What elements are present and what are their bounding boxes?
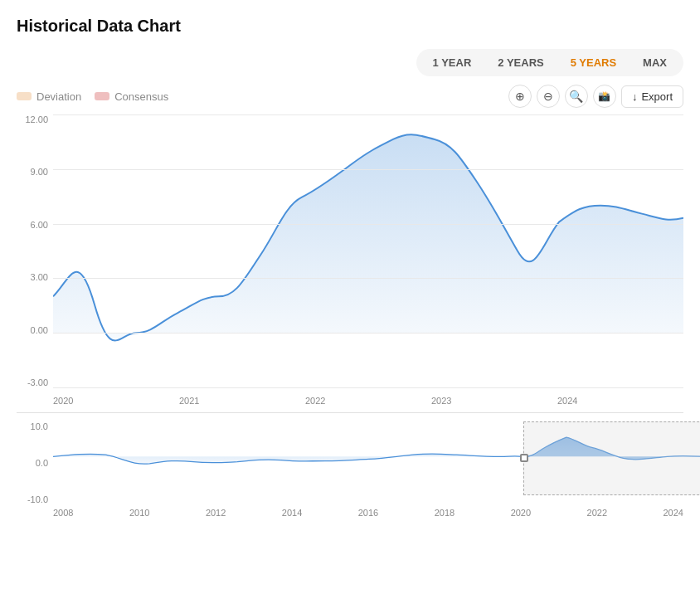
mini-x-2020: 2020 <box>511 508 531 518</box>
mini-y-label-10: 10.0 <box>31 421 48 431</box>
main-chart-area <box>53 114 683 387</box>
consensus-label: Consensus <box>114 90 168 103</box>
y-label-neg3: -3.00 <box>27 377 48 387</box>
y-label-6: 6.00 <box>31 220 48 230</box>
mini-x-2008: 2008 <box>53 508 73 518</box>
search-button[interactable]: 🔍 <box>565 85 588 108</box>
main-chart: 12.00 9.00 6.00 3.00 0.00 -3.00 <box>17 114 683 413</box>
x-label-2021: 2021 <box>179 396 199 406</box>
y-label-12: 12.00 <box>25 114 48 124</box>
y-label-9: 9.00 <box>31 167 48 177</box>
mini-y-axis: 10.0 0.0 -10.0 <box>17 421 53 504</box>
icon-controls: ⊕ ⊖ 🔍 📸 ↓ Export <box>508 85 683 108</box>
time-btn-5years[interactable]: 5 YEARS <box>559 52 628 73</box>
main-x-axis: 2020 2021 2022 2023 2024 <box>53 389 683 412</box>
main-y-axis: 12.00 9.00 6.00 3.00 0.00 -3.00 <box>17 114 53 387</box>
y-label-3: 3.00 <box>31 272 48 282</box>
zoom-out-button[interactable]: ⊖ <box>537 85 560 108</box>
x-label-2024: 2024 <box>557 396 577 406</box>
mini-x-2010: 2010 <box>129 508 149 518</box>
x-label-2020: 2020 <box>53 396 73 406</box>
page-title: Historical Data Chart <box>17 17 683 36</box>
mini-chart: 10.0 0.0 -10.0 2 <box>17 421 683 521</box>
mini-x-2018: 2018 <box>435 508 455 518</box>
selection-box[interactable] <box>523 421 700 495</box>
grid-line-6 <box>53 224 683 225</box>
main-chart-svg <box>53 114 683 387</box>
mini-x-2024: 2024 <box>664 508 683 518</box>
legend-controls-row: Deviation Consensus ⊕ ⊖ 🔍 📸 ↓ Export <box>17 85 683 108</box>
toolbar: 1 YEAR 2 YEARS 5 YEARS MAX <box>17 49 683 76</box>
export-button[interactable]: ↓ Export <box>621 85 683 108</box>
mini-x-2014: 2014 <box>282 508 302 518</box>
chart-legend: Deviation Consensus <box>17 90 168 103</box>
mini-chart-area <box>53 421 700 495</box>
mini-x-2012: 2012 <box>206 508 226 518</box>
grid-line-top <box>53 114 683 115</box>
deviation-label: Deviation <box>36 90 81 103</box>
deviation-swatch <box>17 92 32 100</box>
time-btn-2years[interactable]: 2 YEARS <box>486 52 555 73</box>
camera-button[interactable]: 📸 <box>593 85 616 108</box>
mini-x-axis: 2008 2010 2012 2014 2016 2018 2020 2022 … <box>53 504 683 521</box>
selection-handle-left[interactable] <box>520 454 528 462</box>
download-icon: ↓ <box>632 90 638 103</box>
grid-line-neg3 <box>53 387 683 388</box>
mini-y-label-0: 0.0 <box>36 458 48 468</box>
zoom-in-button[interactable]: ⊕ <box>508 85 532 108</box>
mini-x-2016: 2016 <box>358 508 378 518</box>
grid-line-9 <box>53 169 683 170</box>
grid-line-0 <box>53 333 683 334</box>
mini-y-label-neg10: -10.0 <box>27 494 48 504</box>
x-label-2023: 2023 <box>431 396 451 406</box>
consensus-swatch <box>95 92 109 100</box>
mini-x-2022: 2022 <box>587 508 607 518</box>
time-range-group: 1 YEAR 2 YEARS 5 YEARS MAX <box>416 49 683 76</box>
legend-item-consensus: Consensus <box>95 90 168 103</box>
time-btn-1year[interactable]: 1 YEAR <box>421 52 484 73</box>
y-label-0: 0.00 <box>31 325 48 335</box>
grid-line-3 <box>53 278 683 279</box>
legend-item-deviation: Deviation <box>17 90 81 103</box>
export-label: Export <box>641 90 673 103</box>
x-label-2022: 2022 <box>305 396 325 406</box>
time-btn-max[interactable]: MAX <box>631 52 678 73</box>
main-fill-path <box>53 134 683 340</box>
